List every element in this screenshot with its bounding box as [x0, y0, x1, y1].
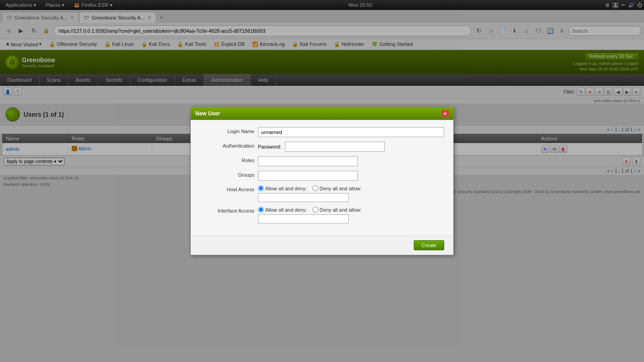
- auth-label: Authentication: [200, 142, 254, 149]
- groups-field: [258, 171, 444, 181]
- modal-header: New User ×: [191, 107, 453, 120]
- modal-title: New User: [195, 110, 220, 117]
- iface-access-input[interactable]: [258, 214, 349, 223]
- iface-access-radio-group: Allow all and deny: Deny all and allow:: [258, 207, 444, 213]
- login-name-row: Login Name: [200, 127, 444, 137]
- interface-access-label: Interface Access: [200, 207, 254, 213]
- password-label: Password:: [258, 144, 281, 149]
- host-deny-radio[interactable]: [312, 185, 318, 191]
- host-access-radio-group: Allow all and deny: Deny all and allow:: [258, 185, 444, 191]
- login-name-input[interactable]: [258, 127, 444, 137]
- create-button[interactable]: Create: [414, 240, 444, 250]
- host-allow-option[interactable]: Allow all and deny:: [258, 185, 307, 191]
- host-access-field: Allow all and deny: Deny all and allow:: [258, 185, 444, 202]
- modal-body: Login Name Authentication Password:: [191, 120, 453, 235]
- modal-footer: Create: [191, 235, 453, 255]
- auth-field: Password:: [258, 142, 444, 152]
- iface-deny-radio[interactable]: [312, 207, 318, 213]
- modal-close-button[interactable]: ×: [441, 110, 449, 117]
- iface-allow-radio[interactable]: [258, 207, 264, 213]
- roles-input[interactable]: [258, 156, 358, 166]
- host-access-label: Host Access: [200, 185, 254, 192]
- roles-field: [258, 156, 444, 166]
- interface-access-field: Allow all and deny: Deny all and allow:: [258, 207, 444, 223]
- roles-row: Roles: [200, 156, 444, 166]
- roles-label: Roles: [200, 156, 254, 163]
- groups-input[interactable]: [258, 171, 358, 181]
- new-user-modal: New User × Login Name Authentication: [190, 107, 454, 255]
- host-allow-radio[interactable]: [258, 185, 264, 191]
- host-access-row: Host Access Allow all and deny: Deny all…: [200, 185, 444, 202]
- host-access-input[interactable]: [258, 193, 349, 202]
- groups-label: Groups: [200, 171, 254, 178]
- host-deny-option[interactable]: Deny all and allow:: [312, 185, 362, 191]
- browser: 🛡 Greenbone Security A... ✕ 🛡 Greenbone …: [0, 10, 644, 362]
- iface-deny-option[interactable]: Deny all and allow:: [312, 207, 362, 213]
- password-row: Password:: [258, 142, 444, 152]
- page-content: G Greenbone Security Assistant Refresh e…: [0, 50, 644, 362]
- interface-access-row: Interface Access Allow all and deny: Den…: [200, 207, 444, 223]
- auth-row: Authentication Password:: [200, 142, 444, 152]
- modal-overlay: New User × Login Name Authentication: [0, 50, 644, 362]
- iface-allow-option[interactable]: Allow all and deny:: [258, 207, 307, 213]
- password-input[interactable]: [285, 142, 385, 152]
- login-name-label: Login Name: [200, 127, 254, 134]
- login-name-field: [258, 127, 444, 137]
- groups-row: Groups: [200, 171, 444, 181]
